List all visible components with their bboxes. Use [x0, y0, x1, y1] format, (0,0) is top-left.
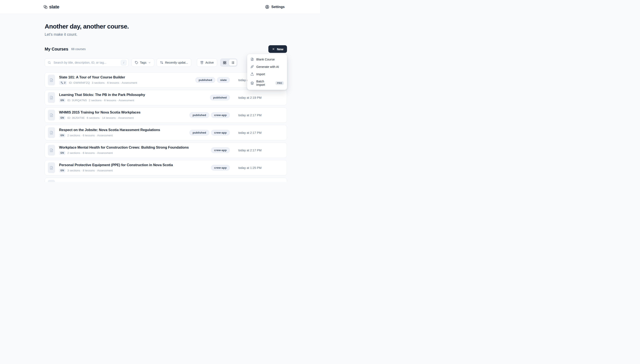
language-badge: EN	[59, 134, 65, 138]
language-badge: EN	[59, 116, 65, 120]
arrows-sort-icon	[160, 61, 163, 64]
course-meta: EN ID: 36J54T8E 6 sections · 14 lessons …	[59, 116, 140, 120]
course-tags: publishedslate	[195, 77, 230, 83]
file-text-icon	[250, 58, 254, 61]
course-row[interactable]: WHMIS 2015 Training for Nova Scotia Work…	[45, 108, 287, 123]
course-structure: 2 sections · 6 lessons · Assessment	[67, 134, 113, 137]
course-updated-time: today at 2:17 PM	[238, 114, 287, 117]
course-title: Respect on the Jobsite: Nova Scotia Hara…	[59, 128, 160, 132]
file-icon	[49, 113, 54, 117]
page-title: Another day, another course.	[45, 23, 287, 30]
tags-filter-label: Tags	[140, 61, 146, 64]
course-structure: 2 sections · 6 lessons · Assessment	[89, 99, 134, 102]
course-updated-time: today at 2:19 PM	[238, 96, 287, 99]
languages-icon	[61, 82, 63, 84]
translations-badge: 2	[59, 81, 67, 85]
section-title: My Courses	[45, 47, 68, 52]
menu-item-generate-with-ai[interactable]: Generate with AI	[249, 63, 286, 70]
menu-item-label: Batch Import	[256, 80, 272, 86]
course-meta: EN 2 sections · 6 lessons · Assessment	[59, 134, 160, 138]
course-thumbnail	[48, 180, 55, 182]
course-thumbnail	[48, 145, 55, 156]
course-tag-pill[interactable]: crew-app	[211, 130, 230, 136]
main-content: Another day, another course. Let's make …	[45, 0, 287, 182]
pro-badge: PRO	[275, 81, 284, 85]
menu-item-label: Generate with AI	[256, 65, 279, 68]
course-tag-pill[interactable]: crew-app	[211, 165, 230, 170]
course-tags: publishedcrew-app	[189, 112, 230, 118]
course-structure: 2 sections · 6 lessons · Assessment	[67, 151, 113, 154]
tags-filter-button[interactable]: Tags	[131, 58, 154, 67]
course-title: WHMIS 2015 Training for Nova Scotia Work…	[59, 110, 140, 114]
menu-item-import[interactable]: Import	[249, 70, 286, 78]
course-id: ID: GWW94FZQ	[69, 81, 90, 84]
language-badge: EN	[59, 151, 65, 155]
course-tag-pill[interactable]: published	[195, 77, 215, 83]
grid-icon	[223, 61, 227, 64]
course-tags: published	[210, 95, 230, 100]
sort-button[interactable]: Recently updat...	[157, 58, 191, 67]
course-row[interactable]: Personal Protective Equipment (PPE) for …	[45, 160, 287, 176]
list-view-button[interactable]	[229, 60, 237, 66]
new-course-button[interactable]: New	[268, 45, 287, 53]
course-info: Respect on the Jobsite: Nova Scotia Hara…	[59, 128, 160, 138]
course-row[interactable]: Learning That Sticks: The PB in the Park…	[45, 90, 287, 105]
file-icon	[49, 166, 54, 170]
course-tag-pill[interactable]: published	[189, 112, 209, 118]
course-count: 68 courses	[71, 47, 86, 51]
course-id: ID: 36J54T8E	[67, 116, 85, 120]
status-filter-button[interactable]: Active	[197, 58, 217, 67]
course-title: Workplace Mental Health for Construction…	[59, 146, 189, 150]
search-input[interactable]	[53, 61, 119, 64]
course-tag-pill[interactable]: crew-app	[211, 112, 230, 118]
courses-section-header: My Courses 68 courses New	[45, 45, 287, 53]
course-thumbnail	[48, 74, 55, 86]
sparkles-icon	[250, 65, 254, 68]
course-row[interactable]	[45, 178, 287, 182]
course-tag-pill[interactable]: published	[210, 95, 230, 100]
course-info: WHMIS 2015 Training for Nova Scotia Work…	[59, 110, 140, 120]
page-subtitle: Let's make it count.	[45, 32, 287, 37]
course-thumbnail	[48, 92, 55, 103]
course-info: Slate 101: A Tour of Your Course Builder…	[59, 75, 137, 85]
menu-item-blank-course[interactable]: Blank Course	[249, 56, 286, 63]
course-meta: EN 2 sections · 6 lessons · Assessment	[59, 151, 189, 155]
course-tag-pill[interactable]: crew-app	[211, 147, 230, 153]
course-row[interactable]: Respect on the Jobsite: Nova Scotia Hara…	[45, 125, 287, 140]
layers-icon	[250, 82, 254, 85]
chevron-down-icon	[148, 61, 151, 64]
course-thumbnail	[48, 162, 55, 173]
course-tag-pill[interactable]: slate	[217, 77, 230, 83]
course-meta: EN ID: 3URQ47NS 2 sections · 6 lessons ·…	[59, 98, 145, 102]
course-meta: EN 3 sections · 8 lessons · Assessment	[59, 168, 173, 172]
new-course-menu: Blank Course Generate with AI Import Bat…	[247, 54, 287, 90]
language-badge: EN	[59, 168, 65, 172]
file-icon	[49, 78, 54, 82]
course-updated-time: today at 1:25 PM	[238, 166, 287, 170]
course-updated-time: today at 2:17 PM	[238, 148, 287, 152]
search-icon	[48, 61, 51, 64]
course-id: ID: 3URQ47NS	[67, 99, 87, 102]
tag-icon	[135, 61, 138, 64]
file-icon	[49, 96, 54, 100]
course-tags: publishedcrew-app	[189, 130, 230, 136]
course-row[interactable]: Workplace Mental Health for Construction…	[45, 142, 287, 158]
course-tag-pill[interactable]: published	[189, 130, 209, 136]
grid-view-button[interactable]	[221, 60, 229, 66]
status-filter-label: Active	[205, 61, 214, 64]
menu-item-label: Import	[256, 72, 265, 76]
search-box: /	[45, 58, 129, 67]
list-icon	[231, 61, 235, 64]
course-structure: 3 sections · 6 lessons · Assessment	[92, 81, 137, 84]
file-icon	[49, 148, 54, 152]
sort-label: Recently updat...	[165, 61, 188, 64]
course-title: Personal Protective Equipment (PPE) for …	[59, 163, 173, 167]
upload-icon	[250, 72, 254, 76]
language-badge: EN	[59, 98, 65, 102]
file-icon	[49, 131, 54, 135]
course-info: Personal Protective Equipment (PPE) for …	[59, 163, 173, 172]
app-window: slate Settings Another day, another cour…	[0, 0, 320, 182]
filter-icon	[200, 61, 203, 64]
course-structure: 6 sections · 14 lessons · Assessment	[87, 116, 134, 120]
menu-item-batch-import[interactable]: Batch Import PRO	[249, 78, 286, 88]
